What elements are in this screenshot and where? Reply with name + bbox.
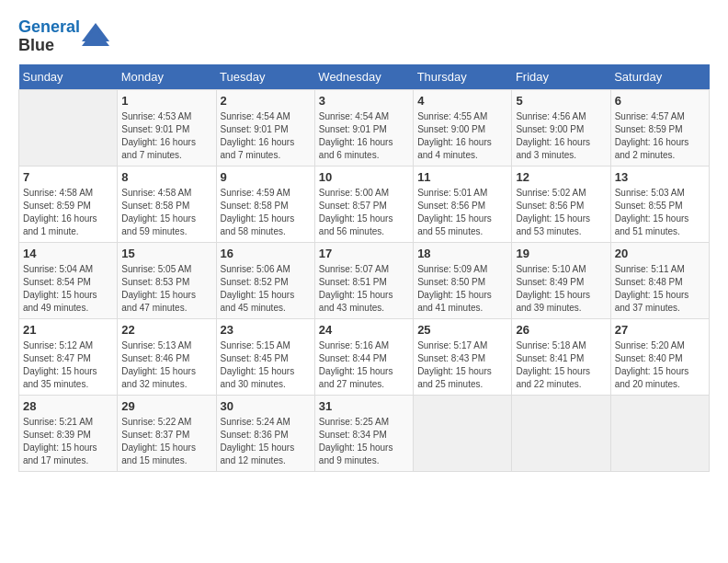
calendar-cell: 5Sunrise: 4:56 AMSunset: 9:00 PMDaylight…: [512, 89, 610, 166]
calendar-cell: 18Sunrise: 5:09 AMSunset: 8:50 PMDayligh…: [414, 242, 512, 318]
day-info: Sunrise: 4:59 AMSunset: 8:58 PMDaylight:…: [221, 187, 311, 238]
week-row-3: 14Sunrise: 5:04 AMSunset: 8:54 PMDayligh…: [19, 242, 710, 318]
day-info: Sunrise: 5:06 AMSunset: 8:52 PMDaylight:…: [221, 263, 311, 315]
calendar-cell: 23Sunrise: 5:15 AMSunset: 8:45 PMDayligh…: [216, 318, 314, 395]
day-number: 26: [516, 323, 606, 337]
day-number: 29: [121, 399, 211, 413]
week-row-4: 21Sunrise: 5:12 AMSunset: 8:47 PMDayligh…: [19, 318, 710, 395]
calendar-cell: 4Sunrise: 4:55 AMSunset: 9:00 PMDaylight…: [414, 89, 512, 166]
calendar-cell: 11Sunrise: 5:01 AMSunset: 8:56 PMDayligh…: [414, 166, 512, 242]
day-info: Sunrise: 5:22 AMSunset: 8:37 PMDaylight:…: [121, 416, 211, 467]
day-number: 19: [516, 247, 606, 260]
calendar-cell: 17Sunrise: 5:07 AMSunset: 8:51 PMDayligh…: [314, 242, 413, 318]
weekday-row: SundayMondayTuesdayWednesdayThursdayFrid…: [19, 64, 710, 90]
day-number: 16: [221, 247, 311, 260]
calendar-cell: 14Sunrise: 5:04 AMSunset: 8:54 PMDayligh…: [19, 242, 118, 318]
weekday-header-monday: Monday: [118, 64, 216, 90]
week-row-2: 7Sunrise: 4:58 AMSunset: 8:59 PMDaylight…: [19, 166, 710, 242]
calendar-cell: 9Sunrise: 4:59 AMSunset: 8:58 PMDaylight…: [216, 166, 314, 242]
calendar-cell: 25Sunrise: 5:17 AMSunset: 8:43 PMDayligh…: [414, 318, 512, 395]
day-info: Sunrise: 5:10 AMSunset: 8:49 PMDaylight:…: [516, 263, 606, 315]
day-info: Sunrise: 4:56 AMSunset: 9:00 PMDaylight:…: [516, 110, 606, 162]
day-number: 10: [319, 170, 409, 184]
day-info: Sunrise: 5:00 AMSunset: 8:57 PMDaylight:…: [319, 187, 409, 238]
calendar-cell: 20Sunrise: 5:11 AMSunset: 8:48 PMDayligh…: [610, 242, 709, 318]
weekday-header-saturday: Saturday: [610, 64, 709, 90]
day-number: 15: [121, 247, 211, 260]
day-number: 30: [221, 399, 311, 413]
day-number: 21: [23, 323, 113, 337]
day-number: 14: [23, 247, 113, 260]
day-number: 9: [221, 170, 311, 184]
page-header: General Blue: [18, 18, 710, 55]
day-number: 5: [516, 94, 606, 108]
day-info: Sunrise: 4:54 AMSunset: 9:01 PMDaylight:…: [221, 110, 311, 162]
day-info: Sunrise: 5:11 AMSunset: 8:48 PMDaylight:…: [615, 263, 705, 315]
day-info: Sunrise: 4:58 AMSunset: 8:58 PMDaylight:…: [121, 187, 211, 238]
calendar-cell: 13Sunrise: 5:03 AMSunset: 8:55 PMDayligh…: [610, 166, 709, 242]
day-info: Sunrise: 5:24 AMSunset: 8:36 PMDaylight:…: [221, 416, 311, 467]
day-info: Sunrise: 4:58 AMSunset: 8:59 PMDaylight:…: [23, 187, 113, 238]
calendar-cell: 26Sunrise: 5:18 AMSunset: 8:41 PMDayligh…: [512, 318, 610, 395]
day-number: 11: [417, 170, 507, 184]
calendar-cell: 2Sunrise: 4:54 AMSunset: 9:01 PMDaylight…: [216, 89, 314, 166]
day-info: Sunrise: 4:55 AMSunset: 9:00 PMDaylight:…: [417, 110, 507, 162]
day-number: 20: [615, 247, 705, 260]
calendar-cell: 24Sunrise: 5:16 AMSunset: 8:44 PMDayligh…: [314, 318, 413, 395]
calendar-cell: 10Sunrise: 5:00 AMSunset: 8:57 PMDayligh…: [314, 166, 413, 242]
weekday-header-tuesday: Tuesday: [216, 64, 314, 90]
day-info: Sunrise: 4:54 AMSunset: 9:01 PMDaylight:…: [319, 110, 409, 162]
calendar-cell: 27Sunrise: 5:20 AMSunset: 8:40 PMDayligh…: [610, 318, 709, 395]
calendar-cell: [414, 395, 512, 471]
calendar-cell: 16Sunrise: 5:06 AMSunset: 8:52 PMDayligh…: [216, 242, 314, 318]
day-info: Sunrise: 5:21 AMSunset: 8:39 PMDaylight:…: [23, 416, 113, 467]
day-info: Sunrise: 5:20 AMSunset: 8:40 PMDaylight:…: [615, 339, 705, 391]
calendar-cell: [19, 89, 118, 166]
calendar-cell: 29Sunrise: 5:22 AMSunset: 8:37 PMDayligh…: [118, 395, 216, 471]
day-info: Sunrise: 5:12 AMSunset: 8:47 PMDaylight:…: [23, 339, 113, 391]
day-info: Sunrise: 5:17 AMSunset: 8:43 PMDaylight:…: [417, 339, 507, 391]
day-info: Sunrise: 5:13 AMSunset: 8:46 PMDaylight:…: [121, 339, 211, 391]
day-number: 1: [121, 94, 211, 108]
week-row-5: 28Sunrise: 5:21 AMSunset: 8:39 PMDayligh…: [19, 395, 710, 471]
calendar-cell: 28Sunrise: 5:21 AMSunset: 8:39 PMDayligh…: [19, 395, 118, 471]
day-number: 31: [319, 399, 409, 413]
day-info: Sunrise: 5:03 AMSunset: 8:55 PMDaylight:…: [615, 187, 705, 238]
calendar-body: 1Sunrise: 4:53 AMSunset: 9:01 PMDaylight…: [19, 89, 710, 471]
day-info: Sunrise: 4:57 AMSunset: 8:59 PMDaylight:…: [615, 110, 705, 162]
day-number: 4: [417, 94, 507, 108]
calendar-cell: [512, 395, 610, 471]
day-info: Sunrise: 5:02 AMSunset: 8:56 PMDaylight:…: [516, 187, 606, 238]
weekday-header-thursday: Thursday: [414, 64, 512, 90]
day-info: Sunrise: 5:25 AMSunset: 8:34 PMDaylight:…: [319, 416, 409, 467]
day-number: 2: [221, 94, 311, 108]
calendar-cell: [610, 395, 709, 471]
day-number: 6: [615, 94, 705, 108]
calendar-table: SundayMondayTuesdayWednesdayThursdayFrid…: [18, 64, 710, 472]
day-number: 18: [417, 247, 507, 260]
day-number: 8: [121, 170, 211, 184]
day-info: Sunrise: 4:53 AMSunset: 9:01 PMDaylight:…: [121, 110, 211, 162]
calendar-cell: 19Sunrise: 5:10 AMSunset: 8:49 PMDayligh…: [512, 242, 610, 318]
day-info: Sunrise: 5:15 AMSunset: 8:45 PMDaylight:…: [221, 339, 311, 391]
calendar-cell: 22Sunrise: 5:13 AMSunset: 8:46 PMDayligh…: [118, 318, 216, 395]
day-number: 28: [23, 399, 113, 413]
logo-icon: [82, 23, 109, 46]
calendar-cell: 21Sunrise: 5:12 AMSunset: 8:47 PMDayligh…: [19, 318, 118, 395]
day-number: 27: [615, 323, 705, 337]
day-number: 7: [23, 170, 113, 184]
calendar-cell: 3Sunrise: 4:54 AMSunset: 9:01 PMDaylight…: [314, 89, 413, 166]
calendar-cell: 30Sunrise: 5:24 AMSunset: 8:36 PMDayligh…: [216, 395, 314, 471]
day-info: Sunrise: 5:04 AMSunset: 8:54 PMDaylight:…: [23, 263, 113, 315]
day-number: 24: [319, 323, 409, 337]
day-info: Sunrise: 5:05 AMSunset: 8:53 PMDaylight:…: [121, 263, 211, 315]
logo-text: General Blue: [18, 18, 80, 55]
logo: General Blue: [18, 18, 109, 55]
calendar-cell: 6Sunrise: 4:57 AMSunset: 8:59 PMDaylight…: [610, 89, 709, 166]
day-number: 22: [121, 323, 211, 337]
calendar-cell: 1Sunrise: 4:53 AMSunset: 9:01 PMDaylight…: [118, 89, 216, 166]
day-number: 13: [615, 170, 705, 184]
calendar-cell: 12Sunrise: 5:02 AMSunset: 8:56 PMDayligh…: [512, 166, 610, 242]
day-info: Sunrise: 5:01 AMSunset: 8:56 PMDaylight:…: [417, 187, 507, 238]
weekday-header-friday: Friday: [512, 64, 610, 90]
